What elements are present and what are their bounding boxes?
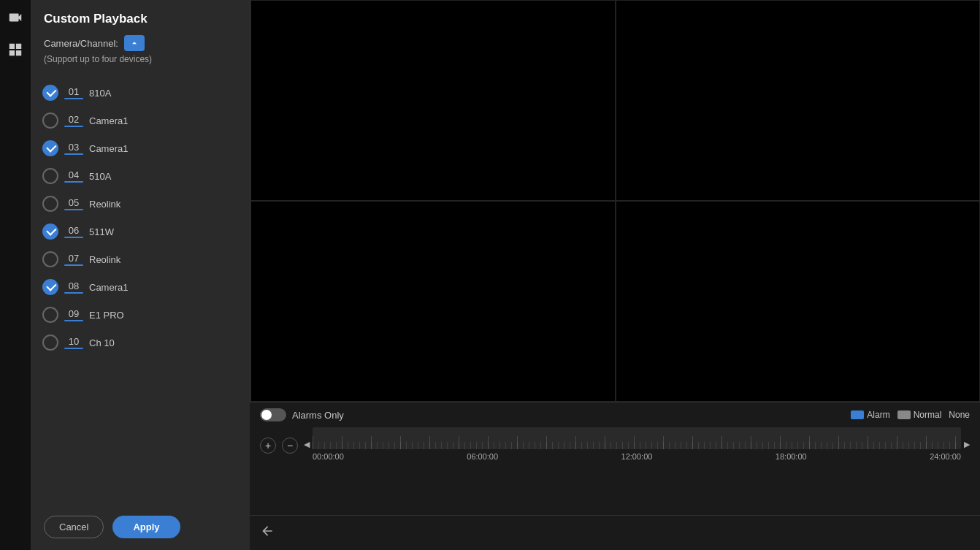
zoom-out-button[interactable]: − (282, 438, 298, 454)
time-label-2: 12:00:00 (621, 452, 653, 461)
svg-rect-3 (313, 427, 961, 449)
camera-number-02: 02 (69, 115, 79, 124)
camera-underline-05 (64, 209, 83, 210)
grid-icon[interactable] (4, 38, 27, 61)
camera-list-container: 01810A02Camera103Camera104510A05Reolink0… (31, 79, 250, 503)
camera-name-08: Camera1 (89, 282, 128, 293)
camera-name-05: Reolink (89, 199, 120, 210)
camera-item-07[interactable]: 07Reolink (38, 245, 242, 273)
alarms-only-toggle[interactable] (260, 408, 286, 421)
none-legend-label: None (949, 410, 970, 420)
time-label-3: 18:00:00 (776, 452, 807, 461)
camera-item-04[interactable]: 04510A (38, 162, 242, 190)
camera-underline-06 (64, 237, 83, 238)
alarms-only-label: Alarms Only (292, 410, 344, 421)
video-cell-1 (250, 0, 616, 201)
time-label-1: 06:00:00 (467, 452, 498, 461)
camera-checkbox-09[interactable] (42, 307, 58, 323)
camera-checkbox-03[interactable] (42, 140, 58, 156)
alarms-only-toggle-wrap: Alarms Only (260, 408, 344, 421)
camera-underline-01 (64, 98, 83, 99)
camera-underline-09 (64, 320, 83, 321)
timeline-controls-row: Alarms Only Alarm Normal None (250, 402, 980, 427)
legend-normal: Normal (897, 410, 942, 420)
camera-name-04: 510A (89, 171, 111, 182)
camera-checkbox-07[interactable] (42, 251, 58, 267)
support-text: (Support up to four devices) (44, 54, 237, 64)
camera-name-07: Reolink (89, 254, 120, 265)
camera-underline-08 (64, 292, 83, 294)
bottom-bar (250, 515, 980, 550)
camera-underline-03 (64, 153, 83, 155)
camera-name-06: 511W (89, 226, 114, 237)
camera-number-07: 07 (69, 253, 79, 263)
video-cell-4 (616, 201, 981, 402)
chevron-up-button[interactable] (124, 35, 145, 51)
camera-number-04: 04 (69, 170, 79, 180)
alarm-legend-label: Alarm (867, 410, 889, 420)
side-panel: Custom Playback Camera/Channel: (Support… (31, 0, 250, 550)
timeline-ruler-row: + − ◀ (250, 427, 980, 464)
camera-checkbox-01[interactable] (42, 85, 58, 101)
cancel-button[interactable]: Cancel (44, 516, 104, 538)
zoom-in-button[interactable]: + (260, 438, 276, 454)
camera-item-03[interactable]: 03Camera1 (38, 134, 242, 162)
camera-checkbox-10[interactable] (42, 335, 58, 351)
alarm-color-swatch (851, 410, 864, 419)
camera-checkbox-06[interactable] (42, 224, 58, 240)
legend-area: Alarm Normal None (851, 410, 970, 420)
video-cell-2 (616, 0, 981, 201)
camera-number-10: 10 (69, 337, 79, 346)
camera-channel-row: Camera/Channel: (44, 35, 237, 51)
camera-number-03: 03 (69, 142, 79, 152)
panel-footer: Cancel Apply (31, 508, 250, 550)
main-content: Alarms Only Alarm Normal None + − ◀ (250, 0, 980, 550)
camera-checkbox-08[interactable] (42, 279, 58, 295)
camera-icon[interactable] (4, 6, 27, 29)
toggle-knob (261, 410, 272, 420)
time-label-4: 24:00:00 (930, 452, 961, 461)
normal-legend-label: Normal (914, 410, 942, 420)
camera-number-05: 05 (69, 198, 79, 207)
ruler-labels: 00:00:00 06:00:00 12:00:00 18:00:00 24:0… (313, 449, 961, 461)
camera-checkbox-04[interactable] (42, 168, 58, 184)
timeline-ruler[interactable]: ◀ (304, 427, 970, 464)
normal-color-swatch (897, 410, 911, 419)
camera-item-08[interactable]: 08Camera1 (38, 273, 242, 301)
nav-back-button[interactable] (260, 524, 275, 542)
camera-underline-10 (64, 348, 83, 349)
camera-item-10[interactable]: 10Ch 10 (38, 329, 242, 356)
camera-number-09: 09 (69, 309, 79, 318)
panel-header: Custom Playback Camera/Channel: (Support… (31, 0, 250, 79)
camera-checkbox-02[interactable] (42, 112, 58, 129)
camera-channel-label: Camera/Channel: (44, 38, 118, 49)
panel-title: Custom Playback (44, 12, 237, 26)
camera-name-09: E1 PRO (89, 310, 124, 321)
camera-item-02[interactable]: 02Camera1 (38, 107, 242, 134)
camera-checkbox-05[interactable] (42, 196, 58, 212)
legend-alarm: Alarm (851, 410, 889, 420)
camera-name-10: Ch 10 (89, 337, 115, 348)
camera-item-06[interactable]: 06511W (38, 218, 242, 245)
camera-number-08: 08 (69, 281, 79, 291)
time-label-0: 00:00:00 (313, 452, 344, 461)
apply-button[interactable]: Apply (112, 516, 180, 538)
sidebar (0, 0, 31, 550)
camera-name-02: Camera1 (89, 115, 128, 126)
video-grid (250, 0, 980, 402)
camera-item-09[interactable]: 09E1 PRO (38, 301, 242, 329)
camera-underline-02 (64, 126, 83, 127)
camera-number-06: 06 (69, 226, 79, 235)
camera-underline-07 (64, 264, 83, 266)
camera-name-01: 810A (89, 88, 111, 99)
camera-item-01[interactable]: 01810A (38, 79, 242, 107)
camera-item-05[interactable]: 05Reolink (38, 190, 242, 218)
timeline-area: Alarms Only Alarm Normal None + − ◀ (250, 402, 980, 515)
camera-list-scroll[interactable]: 01810A02Camera103Camera104510A05Reolink0… (38, 79, 245, 503)
camera-underline-04 (64, 181, 83, 183)
video-cell-3 (250, 201, 616, 402)
camera-number-01: 01 (69, 87, 79, 96)
ruler-bar (313, 427, 961, 449)
camera-name-03: Camera1 (89, 143, 128, 154)
